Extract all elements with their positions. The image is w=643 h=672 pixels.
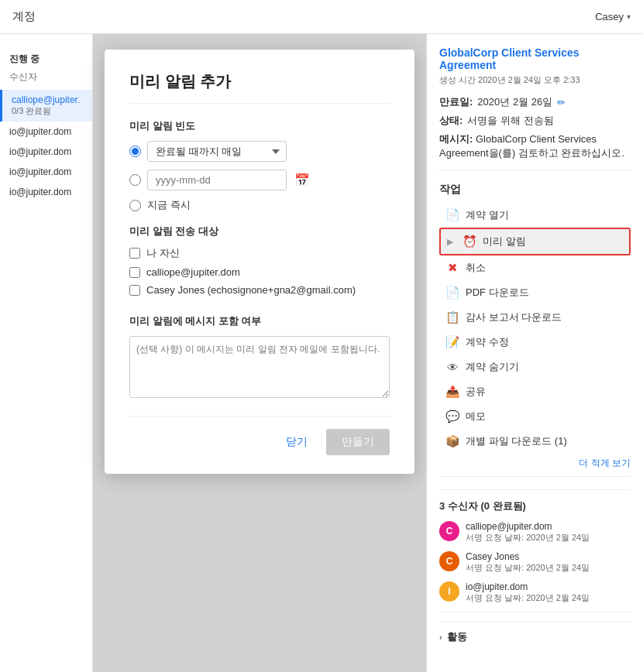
modal-overlay: 미리 알림 추가 미리 알림 빈도 완료될 때까지 매일 📅 xyxy=(93,34,426,672)
recipient-status-1: 0/3 완료됨 xyxy=(12,105,83,117)
recipients-section: 미리 알림 전송 대상 나 자신 calliope@jupiter.dom Ca… xyxy=(129,225,390,302)
show-less-button[interactable]: 더 적게 보기 xyxy=(439,457,631,470)
contract-created-date: 생성 시간 2020년 2월 24일 오후 2:33 xyxy=(439,74,631,86)
recipient-info-2: Casey Jones 서명 요청 날짜: 2020년 2월 24일 xyxy=(466,551,590,574)
chevron-right-icon: › xyxy=(439,633,442,642)
action-memo[interactable]: 💬 메모 xyxy=(439,404,631,429)
checkbox-calliope[interactable]: calliope@jupiter.dom xyxy=(129,266,390,278)
date-input-row: 📅 xyxy=(147,170,311,190)
radio-option-now[interactable]: 지금 즉시 xyxy=(129,198,390,212)
status-value: 서명을 위해 전송됨 xyxy=(467,114,553,128)
chevron-down-icon: ▾ xyxy=(627,12,631,21)
divider-3 xyxy=(439,612,631,612)
radio-option-daily[interactable]: 완료될 때까지 매일 xyxy=(129,141,390,162)
activities-section: › 활동 xyxy=(439,622,631,644)
checkbox-self[interactable]: 나 자신 xyxy=(129,246,390,260)
recipient-3: I io@jupiter.dom 서명 요청 날짜: 2020년 2월 24일 xyxy=(439,581,631,604)
divider-1 xyxy=(439,170,631,170)
clock-icon: ⏰ xyxy=(462,235,476,249)
action-download-label: 개별 파일 다운로드 (1) xyxy=(466,434,567,448)
actions-title: 작업 xyxy=(439,183,631,197)
sidebar-recipient-3[interactable]: io@jupiter.dom xyxy=(0,142,92,162)
date-input[interactable] xyxy=(147,170,287,190)
action-share[interactable]: 📤 공유 xyxy=(439,379,631,404)
radio-daily[interactable] xyxy=(129,146,141,157)
action-hide-label: 계약 숨기기 xyxy=(466,360,519,374)
files-icon: 📦 xyxy=(445,434,459,448)
avatar-2: C xyxy=(439,551,459,571)
action-reminder-label: 미리 알림 xyxy=(483,235,526,249)
recipient-name-3: io@jupiter.dom xyxy=(466,581,590,592)
edit-expiry-icon[interactable]: ✏ xyxy=(557,97,566,108)
recipient-email-1: calliope@jupiter. xyxy=(12,94,83,105)
actions-section: 작업 📄 계약 열기 ▶ ⏰ 미리 알림 ✖ 취소 📄 PDF 다운로드 📋 감… xyxy=(439,183,631,470)
sidebar-recipient-1[interactable]: calliope@jupiter. 0/3 완료됨 xyxy=(0,90,92,122)
share-icon: 📤 xyxy=(445,385,459,399)
arrow-right-icon: ▶ xyxy=(447,237,453,247)
message-label: 메시지: xyxy=(439,133,473,145)
close-button[interactable]: 닫기 xyxy=(277,429,317,455)
recipient-name-1: calliope@jupiter.dom xyxy=(466,521,590,532)
avatar-3: I xyxy=(439,581,459,602)
user-name: Casey xyxy=(595,11,624,22)
action-cancel[interactable]: ✖ 취소 xyxy=(439,255,631,280)
action-open-label: 계약 열기 xyxy=(466,208,509,222)
recipient-2: C Casey Jones 서명 요청 날짜: 2020년 2월 24일 xyxy=(439,551,631,574)
action-edit-label: 계약 수정 xyxy=(466,335,509,349)
status-label: 상태: xyxy=(439,114,462,128)
sidebar-recipient-5[interactable]: io@jupiter.dom xyxy=(0,182,92,202)
sidebar-recipient-2[interactable]: io@jupiter.dom xyxy=(0,122,92,142)
sidebar-recipient-label: 수신자 xyxy=(0,69,92,90)
action-edit-contract[interactable]: 📝 계약 수정 xyxy=(439,330,631,355)
radio-option-date[interactable]: 📅 xyxy=(129,170,390,190)
checkbox-casey-input[interactable] xyxy=(129,285,140,296)
reminder-modal: 미리 알림 추가 미리 알림 빈도 완료될 때까지 매일 📅 xyxy=(105,50,414,474)
frequency-label: 미리 알림 빈도 xyxy=(129,119,390,133)
action-download-files[interactable]: 📦 개별 파일 다운로드 (1) xyxy=(439,429,631,454)
expiry-label: 만료일: xyxy=(439,95,473,109)
modal-title: 미리 알림 추가 xyxy=(129,71,390,104)
hide-icon: 👁 xyxy=(445,361,459,374)
action-pdf[interactable]: 📄 PDF 다운로드 xyxy=(439,280,631,305)
action-audit-label: 감사 보고서 다운로드 xyxy=(466,310,562,324)
recipient-name-2: Casey Jones xyxy=(466,551,590,562)
user-menu[interactable]: Casey ▾ xyxy=(595,11,631,22)
activities-header[interactable]: › 활동 xyxy=(439,630,631,644)
memo-icon: 💬 xyxy=(445,410,459,423)
checkbox-self-input[interactable] xyxy=(129,248,140,259)
action-pdf-label: PDF 다운로드 xyxy=(466,286,529,300)
message-section-label: 미리 알림에 메시지 포함 여부 xyxy=(129,314,390,328)
top-bar: 계정 Casey ▾ xyxy=(0,0,643,34)
recipient-date-3: 서명 요청 날짜: 2020년 2월 24일 xyxy=(466,592,590,604)
modal-footer: 닫기 만들기 xyxy=(129,416,390,455)
checkbox-calliope-input[interactable] xyxy=(129,267,140,278)
recipients-scroll[interactable]: 나 자신 calliope@jupiter.dom Casey Jones (e… xyxy=(129,246,390,302)
recipient-info-1: calliope@jupiter.dom 서명 요청 날짜: 2020년 2월 … xyxy=(466,521,590,543)
checkbox-casey[interactable]: Casey Jones (echosignone+gna2@gmail.com) xyxy=(129,284,390,296)
checkbox-self-label: 나 자신 xyxy=(146,246,180,260)
action-audit[interactable]: 📋 감사 보고서 다운로드 xyxy=(439,305,631,330)
status-row: 상태: 서명을 위해 전송됨 xyxy=(439,114,631,128)
avatar-1: C xyxy=(439,521,459,541)
recipients-label: 미리 알림 전송 대상 xyxy=(129,225,390,238)
action-memo-label: 메모 xyxy=(466,410,486,423)
radio-date[interactable] xyxy=(129,174,141,186)
recipient-date-1: 서명 요청 날짜: 2020년 2월 24일 xyxy=(466,532,590,543)
checkbox-casey-label: Casey Jones (echosignone+gna2@gmail.com) xyxy=(146,284,356,296)
sidebar-recipient-4[interactable]: io@jupiter.dom xyxy=(0,162,92,182)
contract-title[interactable]: GlobalCorp Client Services Agreement xyxy=(439,46,631,71)
radio-now[interactable] xyxy=(129,200,141,211)
message-textarea[interactable] xyxy=(129,336,390,398)
right-panel: GlobalCorp Client Services Agreement 생성 … xyxy=(426,34,643,672)
page-title: 계정 xyxy=(12,9,36,24)
action-open-contract[interactable]: 📄 계약 열기 xyxy=(439,203,631,228)
action-share-label: 공유 xyxy=(466,385,486,399)
calendar-icon[interactable]: 📅 xyxy=(293,171,311,190)
frequency-radio-group: 완료될 때까지 매일 📅 지금 즉시 xyxy=(129,141,390,212)
action-reminder[interactable]: ▶ ⏰ 미리 알림 xyxy=(439,228,631,255)
action-hide[interactable]: 👁 계약 숨기기 xyxy=(439,355,631,379)
sidebar-status-label: 진행 중 xyxy=(0,46,92,69)
frequency-dropdown[interactable]: 완료될 때까지 매일 xyxy=(147,141,287,162)
create-button[interactable]: 만들기 xyxy=(326,429,390,455)
expiry-row: 만료일: 2020년 2월 26일 ✏ xyxy=(439,95,631,109)
